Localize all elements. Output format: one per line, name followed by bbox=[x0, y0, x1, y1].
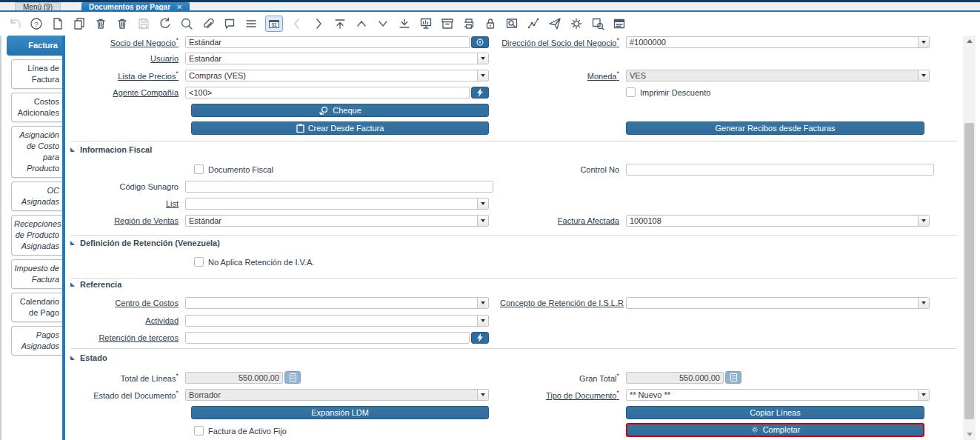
dropdown-arrow-icon[interactable] bbox=[477, 390, 488, 400]
detail-record-icon[interactable] bbox=[376, 16, 390, 31]
find-icon[interactable] bbox=[179, 16, 194, 31]
process-gear-icon bbox=[750, 425, 759, 434]
toolbar: ? 31 bbox=[0, 12, 980, 36]
lock-icon[interactable] bbox=[483, 16, 498, 31]
copy-record-icon[interactable] bbox=[72, 16, 87, 31]
close-tab-icon[interactable]: ✕ bbox=[176, 3, 182, 11]
estado-header[interactable]: Estado bbox=[70, 353, 107, 362]
no-aplica-iva-checkbox[interactable] bbox=[194, 257, 204, 267]
send-mail-icon[interactable] bbox=[547, 16, 562, 31]
codigo-sunagro-field[interactable] bbox=[185, 181, 493, 193]
quick-entry-icon[interactable] bbox=[471, 332, 489, 344]
sidebar-tab-oc-asignadas[interactable]: OC Asignadas bbox=[11, 181, 64, 211]
expansion-ldm-button[interactable]: Expansión LDM bbox=[191, 406, 489, 419]
payment-icon bbox=[319, 106, 329, 115]
bpartner-info-button[interactable] bbox=[471, 36, 489, 48]
scroll-down-icon[interactable] bbox=[963, 429, 976, 440]
copiar-lineas-button[interactable]: Copiar Líneas bbox=[626, 406, 924, 419]
usuario-field[interactable]: Estandar bbox=[185, 53, 489, 64]
quick-form-icon[interactable] bbox=[612, 16, 627, 31]
sidebar-tab-recepciones[interactable]: Recepciones de Producto Asignadas bbox=[11, 215, 64, 256]
dropdown-arrow-icon[interactable] bbox=[918, 298, 929, 308]
dropdown-arrow-icon[interactable] bbox=[477, 70, 488, 81]
sidebar-tab-pagos-asignados[interactable]: Pagos Asignados bbox=[11, 326, 64, 356]
save-icon[interactable] bbox=[136, 16, 151, 31]
chat-icon[interactable] bbox=[222, 16, 237, 31]
parent-record-icon[interactable] bbox=[354, 16, 369, 31]
crear-desde-factura-button[interactable]: Crear Desde Factura bbox=[191, 121, 489, 135]
actividad-label: Actividad bbox=[65, 316, 185, 325]
concepto-islr-field[interactable] bbox=[626, 297, 930, 309]
workflow-icon[interactable] bbox=[526, 16, 541, 31]
calendar-icon[interactable]: 31 bbox=[265, 16, 283, 32]
tipo-documento-field[interactable]: ** Nuevo ** bbox=[626, 389, 930, 401]
report-icon[interactable] bbox=[419, 16, 433, 31]
socio-field[interactable]: Estándar bbox=[185, 36, 470, 48]
sidebar-tab-costos-adicionales[interactable]: Costos Adicionales bbox=[11, 93, 64, 122]
new-record-icon[interactable] bbox=[50, 16, 65, 31]
scrollbar-thumb[interactable] bbox=[964, 123, 974, 419]
dropdown-arrow-icon[interactable] bbox=[918, 390, 929, 400]
help-icon[interactable]: ? bbox=[29, 16, 44, 31]
direccion-field[interactable]: #1000000 bbox=[626, 36, 930, 48]
definicion-retencion-header[interactable]: Definición de Retención (Venezuela) bbox=[70, 239, 220, 247]
separator bbox=[70, 348, 957, 349]
sidebar-tab-factura[interactable]: Factura bbox=[7, 36, 64, 56]
concepto-islr-label: Concepto de Retención de I.S.L.R bbox=[500, 299, 626, 307]
undo-icon[interactable] bbox=[7, 16, 22, 31]
next-record-icon[interactable] bbox=[311, 16, 326, 31]
quick-entry-icon[interactable] bbox=[471, 87, 489, 99]
actividad-field[interactable] bbox=[185, 315, 489, 327]
calculator-icon[interactable] bbox=[725, 371, 741, 384]
grid-toggle-icon[interactable] bbox=[244, 16, 259, 31]
print-preview-icon[interactable] bbox=[590, 16, 605, 31]
referencia-header[interactable]: Referencia bbox=[70, 280, 121, 289]
separator bbox=[70, 235, 957, 236]
last-record-icon[interactable] bbox=[397, 16, 412, 31]
scroll-up-icon[interactable] bbox=[963, 36, 976, 47]
sidebar-tab-impuesto-de-factura[interactable]: Impuesto de Factura bbox=[11, 259, 64, 289]
process-icon[interactable] bbox=[569, 16, 584, 31]
region-ventas-field[interactable]: Estándar bbox=[185, 215, 489, 227]
list-field[interactable] bbox=[185, 198, 489, 210]
factura-activo-fijo-checkbox[interactable] bbox=[194, 426, 204, 436]
cheque-button[interactable]: Cheque bbox=[191, 104, 489, 117]
dropdown-arrow-icon[interactable] bbox=[477, 316, 488, 326]
factura-afectada-field[interactable]: 1000108 bbox=[626, 215, 930, 227]
generar-recibos-button[interactable]: Generar Recibos desde Facturas bbox=[626, 121, 924, 135]
informacion-fiscal-header[interactable]: Informacion Fiscal bbox=[70, 145, 152, 154]
dropdown-arrow-icon[interactable] bbox=[477, 216, 488, 226]
attachment-icon[interactable] bbox=[201, 16, 216, 31]
list-label: List bbox=[65, 199, 185, 208]
sidebar-tab-linea-de-factura[interactable]: Línea de Factura bbox=[11, 59, 64, 89]
agente-field[interactable]: <100> bbox=[185, 87, 470, 99]
first-record-icon[interactable] bbox=[333, 16, 347, 31]
delete-selection-icon[interactable] bbox=[115, 16, 130, 31]
retencion-terceros-field[interactable] bbox=[185, 332, 470, 344]
centro-costos-field[interactable] bbox=[185, 297, 489, 309]
dropdown-arrow-icon[interactable] bbox=[918, 70, 929, 81]
archive-icon[interactable] bbox=[440, 16, 455, 31]
delete-record-icon[interactable] bbox=[93, 16, 108, 31]
usuario-label: Usuario bbox=[65, 54, 185, 63]
imprimir-descuento-checkbox[interactable] bbox=[626, 87, 636, 97]
calculator-icon[interactable] bbox=[284, 371, 301, 384]
dropdown-arrow-icon[interactable] bbox=[918, 37, 929, 47]
estado-documento-field[interactable]: Borrador bbox=[185, 389, 489, 401]
previous-record-icon[interactable] bbox=[290, 16, 304, 31]
refresh-icon[interactable] bbox=[158, 16, 173, 31]
lista-precios-field[interactable]: Compras (VES) bbox=[185, 70, 489, 81]
dropdown-arrow-icon[interactable] bbox=[918, 216, 929, 226]
moneda-field[interactable]: VES bbox=[626, 70, 930, 81]
control-no-field[interactable] bbox=[626, 164, 934, 176]
documento-fiscal-checkbox[interactable] bbox=[194, 164, 204, 174]
sidebar-tab-asignacion-de-costo[interactable]: Asignación de Costo para Producto bbox=[11, 126, 64, 178]
dropdown-arrow-icon[interactable] bbox=[477, 298, 488, 308]
completar-button[interactable]: Completar bbox=[626, 423, 924, 437]
zoom-across-icon[interactable] bbox=[504, 16, 519, 31]
vertical-scrollbar[interactable] bbox=[963, 36, 976, 440]
dropdown-arrow-icon[interactable] bbox=[477, 53, 488, 64]
print-icon[interactable] bbox=[461, 16, 476, 31]
sidebar-tab-calendario-de-pago[interactable]: Calendario de Pago bbox=[11, 293, 64, 322]
dropdown-arrow-icon[interactable] bbox=[477, 199, 488, 209]
